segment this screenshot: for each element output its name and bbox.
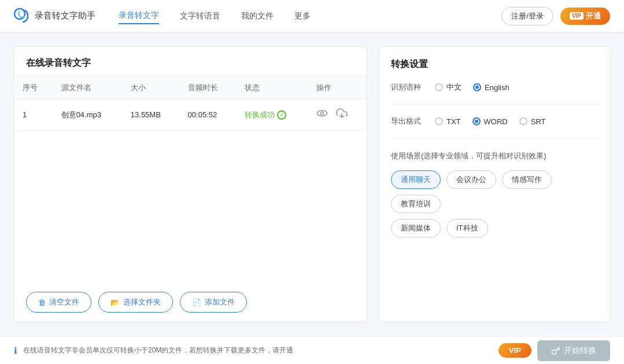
check-icon: ✓ <box>277 110 286 120</box>
scene-tags-row2: 新闻媒体 IT科技 <box>391 219 598 237</box>
add-file-button[interactable]: 📄 添加文件 <box>180 292 247 313</box>
settings-title: 转换设置 <box>391 58 598 70</box>
section-title: 在线录音转文字 <box>14 47 367 76</box>
col-header-index: 序号 <box>14 77 53 99</box>
language-label: 识别语种 <box>391 82 426 92</box>
cell-duration: 00:05:52 <box>180 99 237 131</box>
language-option-zh[interactable]: 中文 <box>435 82 461 92</box>
register-button[interactable]: 注册/登录 <box>501 7 553 25</box>
scene-tag-education[interactable]: 教育培训 <box>391 195 441 213</box>
format-option-srt[interactable]: SRT <box>519 117 546 126</box>
scene-tag-emotion[interactable]: 情感写作 <box>502 170 552 189</box>
format-label: 导出格式 <box>391 116 426 127</box>
file-add-icon: 📄 <box>192 298 201 307</box>
nav-links: 录音转文字 文字转语音 我的文件 更多 <box>119 8 501 24</box>
format-setting-row: 导出格式 TXT WORD SRT <box>391 116 598 127</box>
scene-setting: 使用场景(选择专业领域，可提升相对识别效果) 通用聊天 会议办公 情感写作 教育… <box>391 150 598 237</box>
col-header-filename: 源文件名 <box>53 77 123 99</box>
radio-txt-circle <box>435 117 443 125</box>
format-option-txt[interactable]: TXT <box>435 117 461 126</box>
nav-recording[interactable]: 录音转文字 <box>119 8 159 24</box>
radio-zh-circle <box>435 83 443 91</box>
divider-2 <box>391 138 598 139</box>
vip-button[interactable]: VIP 开通 <box>560 8 610 25</box>
select-folder-button[interactable]: 📂 选择文件夹 <box>98 292 173 313</box>
navbar: 录音转文字助手 录音转文字 文字转语音 我的文件 更多 注册/登录 VIP 开通 <box>0 0 624 32</box>
cell-filename: 创意04.mp3 <box>53 99 123 131</box>
folder-icon: 📂 <box>110 298 120 307</box>
logo-icon <box>14 8 30 24</box>
cell-actions <box>308 99 367 131</box>
logo-text: 录音转文字助手 <box>35 10 95 21</box>
table-row: 1 创意04.mp3 13.55MB 00:05:52 转换成功 ✓ <box>14 99 367 131</box>
col-header-action: 操作 <box>308 77 367 99</box>
col-header-status: 状态 <box>237 77 308 99</box>
scene-tag-news[interactable]: 新闻媒体 <box>391 219 441 237</box>
bottom-actions: 🗑 清空文件 📂 选择文件夹 📄 添加文件 <box>14 283 367 322</box>
language-radio-group: 中文 English <box>435 82 509 92</box>
scene-tag-meeting[interactable]: 会议办公 <box>446 170 496 189</box>
table-header-row: 序号 源文件名 大小 音频时长 状态 操作 <box>14 77 367 99</box>
scene-tag-it[interactable]: IT科技 <box>446 219 488 237</box>
scene-tags: 通用聊天 会议办公 情感写作 教育培训 <box>391 170 598 213</box>
divider-1 <box>391 104 598 105</box>
cell-size: 13.55MB <box>123 99 180 131</box>
nav-more[interactable]: 更多 <box>294 9 311 24</box>
view-icon[interactable] <box>316 107 328 122</box>
col-header-duration: 音频时长 <box>180 77 237 99</box>
main-content: 在线录音转文字 序号 源文件名 大小 音频时长 状态 操作 1 创意04.mp3… <box>0 32 624 336</box>
download-cloud-icon[interactable] <box>336 107 348 122</box>
clear-icon: 🗑 <box>38 298 46 307</box>
scene-tag-general[interactable]: 通用聊天 <box>391 170 441 189</box>
logo-area: 录音转文字助手 <box>14 8 95 24</box>
language-setting-row: 识别语种 中文 English <box>391 82 598 92</box>
file-table: 序号 源文件名 大小 音频时长 状态 操作 1 创意04.mp3 13.55MB… <box>14 76 367 131</box>
nav-right: 注册/登录 VIP 开通 <box>501 7 610 25</box>
radio-srt-circle <box>519 117 527 125</box>
left-panel: 在线录音转文字 序号 源文件名 大小 音频时长 状态 操作 1 创意04.mp3… <box>14 46 367 322</box>
svg-point-2 <box>320 112 323 115</box>
radio-word-circle <box>472 117 481 125</box>
right-panel: 转换设置 识别语种 中文 English 导出格式 <box>379 46 610 322</box>
clear-files-button[interactable]: 🗑 清空文件 <box>26 292 91 313</box>
status-success: 转换成功 ✓ <box>245 110 286 120</box>
scene-label: 使用场景(选择专业领域，可提升相对识别效果) <box>391 150 598 162</box>
cell-index: 1 <box>14 99 53 131</box>
nav-text-to-speech[interactable]: 文字转语音 <box>180 9 220 24</box>
nav-my-files[interactable]: 我的文件 <box>241 9 274 24</box>
svg-point-1 <box>317 110 327 116</box>
col-header-size: 大小 <box>123 77 180 99</box>
format-radio-group: TXT WORD SRT <box>435 117 546 126</box>
format-option-word[interactable]: WORD <box>472 117 508 126</box>
cell-status: 转换成功 ✓ <box>237 99 308 131</box>
radio-en-circle <box>473 83 481 91</box>
language-option-en[interactable]: English <box>473 83 509 92</box>
